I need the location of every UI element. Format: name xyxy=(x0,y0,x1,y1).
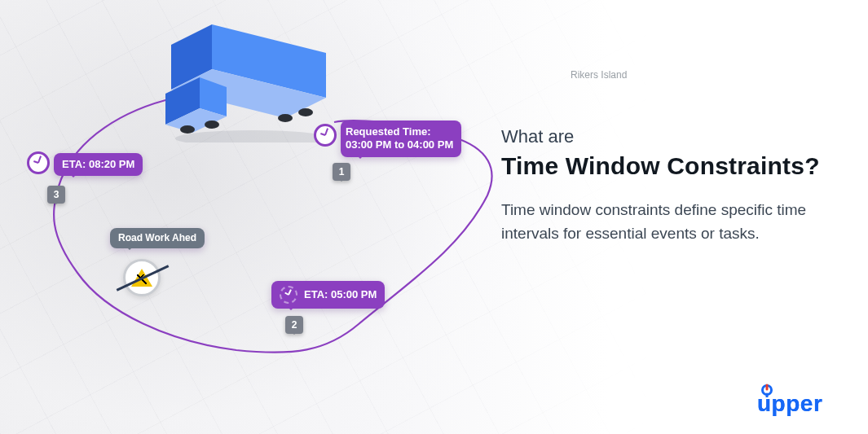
headline-block: What are Time Window Constraints? Time w… xyxy=(501,126,844,246)
stop1-line1: Requested Time: xyxy=(346,125,453,138)
title-lead: What are xyxy=(501,126,844,147)
clock-dashed-icon xyxy=(280,286,297,304)
stop3-bubble: ETA: 08:20 PM xyxy=(54,153,143,176)
brand-logo: upper upper xyxy=(757,382,847,416)
stop2-text: ETA: 05:00 PM xyxy=(304,288,377,301)
stop1-bubble: Requested Time: 03:00 PM to 04:00 PM xyxy=(341,121,461,157)
stop1-text: Requested Time: 03:00 PM to 04:00 PM xyxy=(346,125,453,152)
clock-icon xyxy=(314,124,337,147)
diagram-canvas: Rikers Island Requested Time: 03: xyxy=(0,0,868,434)
svg-point-6 xyxy=(180,125,195,134)
waypoint-marker-2: 2 xyxy=(285,316,303,334)
svg-point-9 xyxy=(298,108,313,116)
description: Time window constraints define specific … xyxy=(501,198,844,246)
svg-text:upper: upper xyxy=(757,391,822,416)
waypoint-marker-3: 3 xyxy=(47,186,65,204)
stop1-line2: 03:00 PM to 04:00 PM xyxy=(346,138,453,151)
map-label-rikers: Rikers Island xyxy=(571,69,627,81)
title-main: Time Window Constraints? xyxy=(501,152,844,180)
waypoint-1-num: 1 xyxy=(339,166,345,178)
stop3-text: ETA: 08:20 PM xyxy=(62,158,134,171)
roadwork-bubble: Road Work Ahed xyxy=(110,228,205,248)
svg-point-10 xyxy=(175,130,330,142)
waypoint-3-num: 3 xyxy=(54,189,59,200)
clock-icon xyxy=(27,151,50,174)
svg-point-8 xyxy=(278,114,293,122)
roadwork-text: Road Work Ahed xyxy=(118,232,196,244)
stop2-bubble: ETA: 05:00 PM xyxy=(271,281,385,309)
svg-point-7 xyxy=(205,121,219,129)
waypoint-marker-1: 1 xyxy=(333,163,350,181)
waypoint-2-num: 2 xyxy=(292,319,297,331)
